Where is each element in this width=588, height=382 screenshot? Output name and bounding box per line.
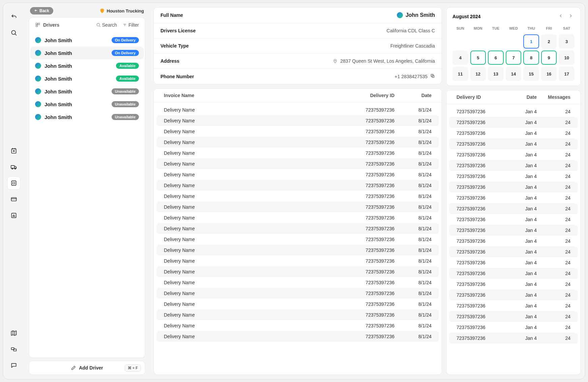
delivery-id: 72375397236 [351, 215, 394, 221]
table-row[interactable]: 72375397236 Jan 4 24 [449, 246, 578, 257]
table-row[interactable]: 72375397236 Jan 4 24 [449, 214, 578, 225]
m-date: Jan 4 [506, 238, 537, 244]
svg-rect-5 [11, 181, 16, 185]
col-m-delivery: Delivery ID [457, 94, 506, 100]
cal-day[interactable]: 4 [452, 51, 468, 65]
table-row[interactable]: 72375397236 Jan 4 24 [449, 106, 578, 117]
transfer-icon[interactable] [7, 343, 21, 356]
chat-icon[interactable] [7, 359, 21, 372]
table-row[interactable]: Delivery Name 72375397236 8/1/24 [156, 288, 439, 299]
table-row[interactable]: 72375397236 Jan 4 24 [449, 236, 578, 246]
table-row[interactable]: Delivery Name 72375397236 8/1/24 [156, 137, 439, 148]
table-row[interactable]: Delivery Name 72375397236 8/1/24 [156, 148, 439, 158]
table-row[interactable]: Delivery Name 72375397236 8/1/24 [156, 158, 439, 169]
cal-day[interactable]: 17 [559, 67, 575, 81]
table-row[interactable]: 72375397236 Jan 4 24 [449, 160, 578, 171]
table-row[interactable]: Delivery Name 72375397236 8/1/24 [156, 115, 439, 126]
table-row[interactable]: 72375397236 Jan 4 24 [449, 311, 578, 322]
cal-next[interactable] [567, 12, 575, 21]
table-row[interactable]: Delivery Name 72375397236 8/1/24 [156, 223, 439, 234]
invoice-name: Delivery Name [164, 140, 351, 145]
add-driver-button[interactable]: Add Driver ⌘ + F [29, 361, 145, 375]
code-icon[interactable] [7, 176, 21, 190]
driver-item[interactable]: John Smith Available [30, 59, 144, 72]
cal-day[interactable]: 14 [506, 67, 522, 81]
m-count: 24 [537, 325, 570, 330]
cal-day[interactable]: 13 [488, 67, 504, 81]
table-row[interactable]: Delivery Name 72375397236 8/1/24 [156, 212, 439, 223]
invoice-name: Delivery Name [164, 258, 351, 264]
table-row[interactable]: 72375397236 Jan 4 24 [449, 128, 578, 139]
table-row[interactable]: 72375397236 Jan 4 24 [449, 300, 578, 311]
driver-item[interactable]: John Smith Unavailable [30, 85, 144, 98]
cal-day[interactable]: 10 [559, 51, 575, 65]
m-date: Jan 4 [506, 130, 537, 136]
table-row[interactable]: 72375397236 Jan 4 24 [449, 257, 578, 268]
filter-action[interactable]: Filter [122, 22, 139, 28]
table-row[interactable]: 72375397236 Jan 4 24 [449, 149, 578, 160]
driver-item[interactable]: John Smith Available [30, 72, 144, 85]
invoice-date: 8/1/24 [394, 237, 432, 242]
back-button[interactable]: Back [30, 7, 53, 14]
cal-day[interactable]: 6 [488, 51, 504, 65]
m-date: Jan 4 [506, 249, 537, 255]
driver-item[interactable]: John Smith Unavailable [30, 111, 144, 123]
table-row[interactable]: Delivery Name 72375397236 8/1/24 [156, 191, 439, 202]
table-row[interactable]: Delivery Name 72375397236 8/1/24 [156, 126, 439, 137]
table-row[interactable]: Delivery Name 72375397236 8/1/24 [156, 180, 439, 191]
cal-prev[interactable] [557, 12, 564, 21]
table-row[interactable]: 72375397236 Jan 4 24 [449, 268, 578, 279]
driver-item[interactable]: John Smith On Delivery [30, 47, 144, 59]
table-row[interactable]: 72375397236 Jan 4 24 [449, 139, 578, 149]
table-row[interactable]: Delivery Name 72375397236 8/1/24 [156, 299, 439, 310]
cal-day[interactable]: 2 [541, 34, 557, 49]
cal-dow: FRI [541, 24, 557, 32]
table-row[interactable]: Delivery Name 72375397236 8/1/24 [156, 256, 439, 266]
cal-day[interactable]: 16 [541, 67, 557, 81]
table-row[interactable]: Delivery Name 72375397236 8/1/24 [156, 202, 439, 212]
table-row[interactable]: Delivery Name 72375397236 8/1/24 [156, 277, 439, 288]
table-row[interactable]: 72375397236 Jan 4 24 [449, 203, 578, 214]
copy-icon[interactable] [430, 74, 435, 79]
table-row[interactable]: 72375397236 Jan 4 24 [449, 290, 578, 300]
table-row[interactable]: Delivery Name 72375397236 8/1/24 [156, 266, 439, 277]
cal-day[interactable]: 1 [523, 34, 539, 49]
map-icon[interactable] [7, 326, 21, 340]
table-row[interactable]: Delivery Name 72375397236 8/1/24 [156, 310, 439, 320]
table-row[interactable]: Delivery Name 72375397236 8/1/24 [156, 105, 439, 115]
cal-day[interactable]: 8 [523, 51, 539, 65]
table-row[interactable]: 72375397236 Jan 4 24 [449, 225, 578, 236]
search-button[interactable] [7, 26, 21, 39]
table-row[interactable]: 72375397236 Jan 4 24 [449, 171, 578, 182]
cal-day[interactable]: 12 [470, 67, 486, 81]
invoice-date: 8/1/24 [394, 301, 432, 307]
table-row[interactable]: Delivery Name 72375397236 8/1/24 [156, 331, 439, 342]
table-row[interactable]: Delivery Name 72375397236 8/1/24 [156, 320, 439, 331]
table-row[interactable]: 72375397236 Jan 4 24 [449, 333, 578, 344]
cal-day[interactable]: 11 [452, 67, 468, 81]
driver-item[interactable]: John Smith On Delivery [30, 34, 144, 47]
cal-day[interactable]: 3 [559, 34, 575, 49]
table-row[interactable]: Delivery Name 72375397236 8/1/24 [156, 234, 439, 245]
table-row[interactable]: Delivery Name 72375397236 8/1/24 [156, 245, 439, 256]
search-action[interactable]: Search [96, 22, 117, 28]
table-row[interactable]: 72375397236 Jan 4 24 [449, 193, 578, 203]
cal-day[interactable]: 5 [470, 51, 486, 65]
cal-day[interactable]: 9 [541, 51, 557, 65]
undo-button[interactable] [7, 10, 21, 23]
add-event-icon[interactable] [7, 144, 21, 157]
driver-item[interactable]: John Smith Unavailable [30, 98, 144, 111]
table-row[interactable]: 72375397236 Jan 4 24 [449, 182, 578, 193]
table-row[interactable]: 72375397236 Jan 4 24 [449, 279, 578, 290]
table-row[interactable]: 72375397236 Jan 4 24 [449, 117, 578, 128]
invoice-name: Delivery Name [164, 129, 351, 134]
table-row[interactable]: 72375397236 Jan 4 24 [449, 322, 578, 333]
chart-icon[interactable] [7, 209, 21, 222]
truck-icon[interactable] [7, 160, 21, 174]
table-row[interactable]: Delivery Name 72375397236 8/1/24 [156, 169, 439, 180]
cal-day[interactable]: 15 [523, 67, 539, 81]
cal-day[interactable]: 7 [506, 51, 522, 65]
m-date: Jan 4 [506, 314, 537, 319]
m-count: 24 [537, 109, 570, 114]
card-icon[interactable] [7, 193, 21, 206]
